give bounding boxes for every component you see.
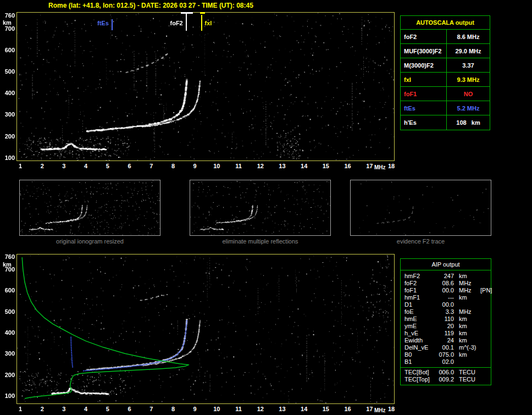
table-row: foE3.3MHz [401,308,491,316]
y-axis-tick-label: 600 [1,47,15,53]
param-label: foF1 [404,287,433,294]
param-unit: km [454,337,480,344]
y-axis-tick-label: 700 [1,25,15,32]
x-axis-unit: MHz [374,164,386,171]
table-row: M(3000)F23.37 [401,58,490,73]
table-row: ftEs5.2 MHz [401,101,490,115]
param-unit: km [454,323,480,330]
param-label: foF1 [401,87,447,101]
param-unit: MHz [454,287,480,294]
param-value: 075.0 [433,351,454,358]
param-label: ymE [404,323,433,330]
panel-evidence-f2 [350,180,491,236]
panel-original-ionogram [19,180,160,236]
param-value: 9.3 MHz [447,73,490,86]
fof2-marker-cap [181,12,193,14]
bottom-ionogram-canvas [17,254,394,403]
x-axis-tick-label: 14 [299,163,309,169]
fxi-marker-line [201,15,202,31]
x-axis-tick-label: 4 [81,163,91,169]
table-row: foF1NO [401,87,490,101]
x-axis-tick-label: 2 [37,406,47,412]
param-value: 02.0 [433,358,454,366]
y-axis-unit: km [3,19,12,26]
x-axis-tick-label: 8 [168,163,178,169]
table-row: DelN_vE00.1m^(-3) [401,344,491,351]
aip-table-title: AIP output [401,259,491,270]
param-label: hmF1 [404,294,433,301]
param-extra [480,323,488,330]
y-axis-tick-label: 600 [1,287,15,294]
table-row: MUF(3000)F229.0 MHz [401,44,490,58]
param-extra [480,344,488,351]
x-axis-tick-label: 15 [321,163,331,169]
x-axis-tick-label: 13 [277,406,287,412]
param-label: MUF(3000)F2 [401,44,447,58]
y-axis-tick-label: 200 [1,372,15,378]
param-value: 247 [433,273,454,280]
eliminate-reflections-canvas [190,180,330,235]
param-label: fxI [401,73,447,86]
param-label: TEC[Bot] [404,369,433,376]
param-label: h_vE [404,330,433,337]
param-label: DelN_vE [404,344,433,351]
param-label: B1 [404,358,433,366]
fxi-marker-cap [200,12,205,14]
param-value: 20 [433,323,454,330]
autoscala-output-table: AUTOSCALA output foF28.6 MHzMUF(3000)F22… [400,15,490,130]
x-axis-tick-label: 5 [103,406,113,412]
top-ionogram-canvas [17,13,394,161]
param-extra [480,280,488,287]
param-value: 108 km [447,115,490,130]
y-axis-tick-label: 760 [1,253,15,260]
x-axis-tick-label: 10 [212,406,221,412]
x-axis-tick-label: 6 [125,406,135,412]
x-axis-tick-label: 12 [256,163,265,169]
table-row: B102.0 [401,358,491,366]
aip-output-table: AIP output hmF2247kmfoF208.6MHzfoF100.0M… [400,258,491,385]
table-row: B0075.0km [401,351,491,358]
table-row: ymE20km [401,323,491,330]
autoscala-table-body: foF28.6 MHzMUF(3000)F229.0 MHzM(3000)F23… [401,30,490,130]
x-axis-tick-label: 15 [321,406,331,412]
x-axis-tick-label: 16 [343,163,353,169]
param-unit: MHz [454,280,480,287]
param-value: 24 [433,337,454,344]
y-axis-tick-label: 100 [1,154,15,161]
param-label: foF2 [401,30,447,43]
param-extra [480,301,488,308]
table-row: TEC[Bot]006.0TECU [401,369,491,376]
panel-eliminate-reflections [190,180,331,236]
x-axis-tick-label: 9 [190,406,200,412]
param-value: --- [433,294,454,301]
param-label: hmE [404,316,433,323]
param-label: ftEs [401,101,447,115]
ftes-marker-label: ftEs [87,20,109,26]
param-value: 3.3 [433,308,454,316]
fxi-marker-label: fxI [205,20,212,26]
param-label: M(3000)F2 [401,58,447,72]
param-unit: m^(-3) [454,344,480,351]
param-extra [480,308,488,316]
y-axis-tick-label: 400 [1,90,15,96]
table-row: foF208.6MHz [401,280,491,287]
aip-table-body: hmF2247kmfoF208.6MHzfoF100.0MHz[PN]hmF1-… [401,270,491,367]
param-extra [480,273,488,280]
original-ionogram-canvas [20,180,160,235]
table-row: foF28.6 MHz [401,30,490,44]
param-label: foE [404,308,433,316]
param-unit: MHz [454,308,480,316]
param-unit: km [454,316,480,323]
param-label: hmF2 [404,273,433,280]
param-unit: km [454,330,480,337]
param-value: 00.0 [433,287,454,294]
x-axis-tick-label: 4 [81,406,91,412]
bottom-ionogram-plot [16,254,395,404]
param-value: 110 [433,316,454,323]
param-label: TEC[Top] [404,376,433,383]
table-row: Ewidth24km [401,337,491,344]
panel-caption-original: original ionogram resized [19,238,160,245]
param-value: 3.37 [447,58,490,72]
y-axis-tick-label: 400 [1,329,15,336]
table-row: foF100.0MHz[PN] [401,287,491,294]
